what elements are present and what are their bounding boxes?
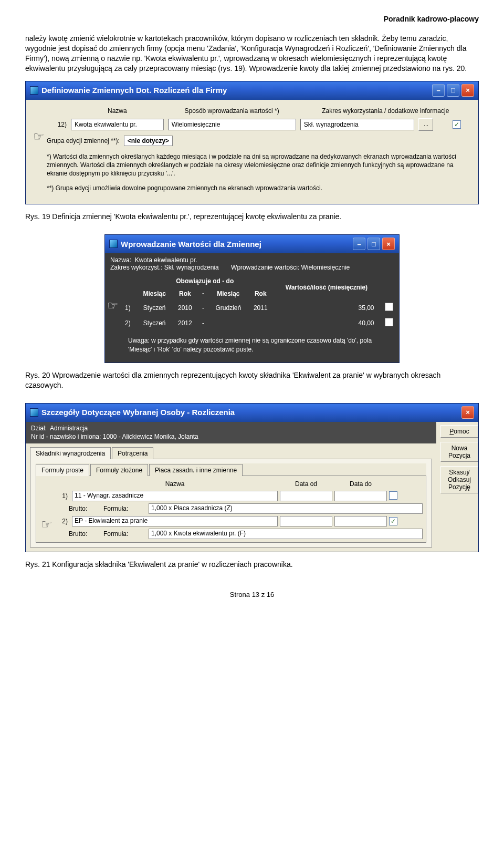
caption-fig20: Rys. 20 Wprowadzenie wartości dla zmienn… [25, 370, 479, 390]
minimize-button[interactable]: – [353, 237, 365, 250]
fig1-group-label: Grupa edycji zmiennej **): [47, 137, 120, 144]
fig1-footnote1: *) Wartości dla zmiennych określanych ka… [47, 152, 473, 178]
fig1-title: Definiowanie Zmiennych Dot. Rozliczeń dl… [41, 86, 227, 95]
page-header: Poradnik kadrowo-płacowy [25, 15, 479, 23]
fig2-title: Wprowadzanie Wartości dla Zmiennej [121, 240, 261, 249]
maximize-button[interactable]: □ [368, 237, 380, 250]
subtab-proste[interactable]: Formuły proste [36, 464, 89, 476]
fig2-h-sep: - [198, 288, 208, 299]
fig3-r2-brutto-lbl: Brutto: [69, 530, 100, 538]
fig2-name-value: Kwota ekwiwalentu pr. [135, 256, 197, 264]
fig2-row2: 2) Styczeń 2012 - 40,00 [122, 316, 398, 330]
caption-fig19: Rys. 19 Definicja zmiennej 'Kwota ekwiwa… [25, 212, 479, 222]
app-icon [30, 408, 38, 417]
fig2-r2-chk[interactable] [385, 318, 393, 326]
fig1-group-value[interactable]: <nie dotyczy> [124, 136, 173, 146]
fig2-r2-val[interactable]: 40,00 [274, 316, 379, 330]
tab-skladniki[interactable]: Składniki wynagrodzenia [30, 447, 111, 459]
pointer-icon: ☞ [31, 105, 47, 143]
minimize-button[interactable]: – [432, 84, 445, 97]
fig2-r1-y1[interactable]: 2010 [173, 301, 197, 315]
fig3-r1-chk[interactable] [389, 491, 397, 500]
fig1-more-button[interactable]: ... [418, 118, 433, 131]
fig2-scope: Zakres wykorzyst.: Skł. wynagrodzenia [110, 264, 219, 271]
fig3-col-dataod: Data od [280, 479, 332, 489]
fig2-note: Uwaga: w przypadku gdy wartości zmiennej… [121, 331, 399, 363]
fig2-info: Nazwa: Kwota ekwiwalentu pr. Zakres wyko… [105, 253, 399, 274]
maximize-button[interactable]: □ [447, 84, 459, 97]
fig3-r2-formula-lbl: Formuła: [103, 530, 145, 538]
fig2-r2-m1[interactable]: Styczeń [137, 316, 172, 330]
intro-paragraph: należy kwotę zmienić wielokrotnie w kart… [25, 34, 479, 74]
fig2-h-y1: Rok [173, 288, 197, 299]
fig3-r2-name[interactable]: EP - Ekwiwalent za pranie [72, 516, 278, 526]
fig3-r1-dataod[interactable] [280, 491, 332, 501]
fig3-r1-datado[interactable] [334, 491, 387, 501]
fig2-h-y2: Rok [248, 288, 272, 299]
fig2-r2-y2[interactable] [248, 316, 272, 330]
close-button[interactable]: × [461, 406, 474, 419]
fig3-r2-dataod[interactable] [280, 516, 332, 526]
pointer-icon: ☞ [39, 479, 54, 539]
fig2-h-range: Obowiązuje od - do [137, 275, 272, 287]
close-button[interactable]: × [461, 84, 474, 97]
tab-potracenia[interactable]: Potrącenia [112, 447, 153, 459]
fig3-r2-formula[interactable]: 1,000 x Kwota ekwiwalentu pr. (F) [149, 529, 423, 539]
fig2-r2-sep: - [198, 316, 208, 330]
fig2-r1-chk[interactable] [385, 303, 393, 311]
fig1-col-mode: Sposób wprowadzania wartości *) [166, 105, 298, 117]
page-footer: Strona 13 z 16 [25, 591, 479, 598]
fig2-h-m1: Miesiąc [137, 288, 172, 299]
fig3-r2-datado[interactable] [334, 516, 387, 526]
fig1-titlebar: Definiowanie Zmiennych Dot. Rozliczeń dl… [26, 81, 478, 100]
subtab-zlozone[interactable]: Formuły złożone [90, 464, 148, 476]
fig1-col-name: Nazwa [69, 105, 166, 117]
fig2-row1: 1) Styczeń 2010 - Grudzień 2011 35,00 [122, 301, 398, 315]
fig1-name-field[interactable]: Kwota ekwiwalentu pr. [71, 119, 164, 130]
fig2-titlebar: Wprowadzanie Wartości dla Zmiennej – □ × [105, 235, 399, 253]
fig3-window: Szczegóły Dotyczące Wybranej Osoby - Roz… [25, 403, 479, 553]
fig3-r1-idx: 1) [54, 492, 70, 500]
fig3-col-datado: Data do [334, 479, 387, 489]
fig3-r2-idx: 2) [54, 517, 70, 525]
fig3-r2-chk[interactable]: ✓ [389, 517, 397, 525]
pointer-icon: ☞ [105, 274, 121, 363]
pomoc-button[interactable]: Pomoc [440, 425, 478, 438]
nowa-pozycja-button[interactable]: Nowa Pozycja [440, 442, 478, 462]
fig1-scope-field[interactable]: Skł. wynagrodzenia [300, 119, 415, 130]
fig3-r1-formula-lbl: Formuła: [103, 505, 145, 512]
fig2-h-m2: Miesiąc [209, 288, 248, 299]
fig2-name-label: Nazwa: [110, 256, 131, 264]
fig3-person: Nr id - nazwisko i imiona: 1000 - Alicki… [31, 433, 198, 440]
fig1-mode-field[interactable]: Wielomiesięcznie [168, 119, 296, 130]
fig1-window: Definiowanie Zmiennych Dot. Rozliczeń dl… [25, 81, 479, 205]
fig3-r1-brutto-lbl: Brutto: [69, 505, 100, 512]
fig3-titlebar: Szczegóły Dotyczące Wybranej Osoby - Roz… [26, 404, 478, 422]
fig2-r2-y1[interactable]: 2012 [173, 316, 197, 330]
close-button[interactable]: × [382, 237, 395, 250]
fig2-r2-m2[interactable] [209, 316, 248, 330]
fig3-r1-formula[interactable]: 1,000 x Płaca zasadnicza (Z) [149, 503, 423, 514]
fig3-col-nazwa: Nazwa [72, 479, 278, 489]
fig2-r1-m2[interactable]: Grudzień [209, 301, 248, 315]
app-icon [109, 240, 118, 248]
fig3-dept-value: Administracja [50, 425, 88, 432]
fig3-r1-name[interactable]: 11 - Wynagr. zasadnicze [72, 491, 278, 501]
fig1-footnote2: **) Grupa edycji umożliwia dowolne pogru… [47, 184, 473, 192]
fig3-info: Dział: Administracja Nr id - nazwisko i … [26, 422, 436, 444]
fig1-row-index: 12) [47, 117, 69, 132]
app-icon [30, 86, 38, 95]
skasuj-button[interactable]: Skasuj/ Odkasuj Pozycję [440, 466, 478, 493]
fig3-title: Szczegóły Dotyczące Wybranej Osoby - Roz… [41, 408, 235, 417]
fig2-window: Wprowadzanie Wartości dla Zmiennej – □ ×… [104, 234, 400, 363]
fig2-r1-sep: - [198, 301, 208, 315]
fig2-mode: Wprowadzanie wartości: Wielomiesięcznie [231, 264, 350, 271]
fig2-r1-m1[interactable]: Styczeń [137, 301, 172, 315]
fig1-checkbox[interactable]: ✓ [453, 120, 461, 129]
fig2-r1-y2[interactable]: 2011 [248, 301, 272, 315]
fig2-h-value: Wartość/ilość (miesięcznie) [274, 275, 379, 299]
subtab-placa[interactable]: Płaca zasadn. i inne zmienne [149, 464, 243, 476]
fig2-r1-idx: 1) [122, 301, 136, 315]
fig2-r1-val[interactable]: 35,00 [274, 301, 379, 315]
caption-fig21: Rys. 21 Konfiguracja składnika 'Ekwiwale… [25, 560, 479, 570]
